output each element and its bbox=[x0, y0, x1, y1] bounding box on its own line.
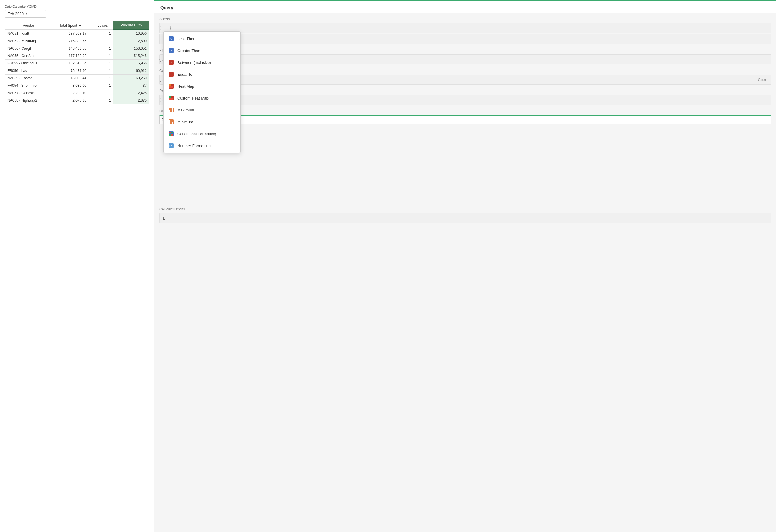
col-invoices: Invoices bbox=[89, 21, 113, 30]
vendor-cell: FR054 - Siren Info bbox=[5, 82, 52, 90]
menu-item-minimum[interactable]: Minimum bbox=[164, 116, 240, 128]
greater-than-icon: > bbox=[168, 47, 174, 54]
rows-section: Ro... {...} bbox=[159, 89, 771, 105]
menu-item-greater-than[interactable]: >Greater Than bbox=[164, 44, 240, 56]
right-panel: Query Slicers {...} 👤 Fil... {...} Co...… bbox=[155, 0, 776, 532]
total-spent-cell: 2,078.88 bbox=[52, 97, 89, 104]
menu-item-label-less-than: Less Than bbox=[177, 36, 195, 41]
brace-icon-1: {...} bbox=[163, 25, 168, 31]
purchase-qty-cell: 153,051 bbox=[114, 45, 150, 52]
svg-text:<: < bbox=[170, 37, 172, 40]
menu-item-custom-heat-map[interactable]: Custom Heat Map bbox=[164, 92, 240, 104]
table-row: NA055 - GenSup 117,133.02 1 515,245 bbox=[5, 52, 150, 60]
cell-calc-row: Σ bbox=[159, 213, 771, 223]
menu-item-number-formatting[interactable]: 123Number Formatting bbox=[164, 140, 240, 152]
purchase-qty-cell: 515,245 bbox=[114, 52, 150, 60]
svg-rect-13 bbox=[169, 96, 171, 98]
table-row: FR054 - Siren Info 3,630.00 1 37 bbox=[5, 82, 150, 90]
columns-row[interactable]: {...} Count bbox=[159, 74, 771, 85]
data-table: Vendor Total Spent ▼ Invoices Purchase Q… bbox=[5, 21, 150, 104]
svg-rect-16 bbox=[171, 109, 171, 112]
calc-label: Co... bbox=[159, 109, 771, 113]
less-than-icon: < bbox=[168, 35, 174, 42]
total-spent-cell: 287,508.17 bbox=[52, 30, 89, 37]
invoices-cell: 1 bbox=[89, 74, 113, 82]
sigma-icon: Σ bbox=[163, 215, 165, 220]
svg-rect-12 bbox=[169, 98, 173, 100]
table-row: FR056 - Ifac 75,471.90 1 60,912 bbox=[5, 67, 150, 74]
svg-rect-10 bbox=[169, 84, 171, 86]
table-row: NA056 - Cargill 143,460.58 1 153,051 bbox=[5, 45, 150, 52]
menu-item-conditional-formatting[interactable]: Conditional Formatting bbox=[164, 128, 240, 140]
col-total-spent: Total Spent ▼ bbox=[52, 21, 89, 30]
vendor-cell: FR052 - OnicIndus bbox=[5, 60, 52, 67]
menu-item-label-number-formatting: Number Formatting bbox=[177, 144, 211, 148]
maximum-icon bbox=[168, 107, 174, 113]
invoices-cell: 1 bbox=[89, 52, 113, 60]
purchase-qty-cell: 60,912 bbox=[114, 67, 150, 74]
purchase-qty-cell: 2,425 bbox=[114, 90, 150, 97]
menu-item-heat-map[interactable]: Heat Map bbox=[164, 80, 240, 92]
rows-row-1[interactable]: {...} bbox=[159, 95, 771, 105]
vendor-cell: NA056 - Cargill bbox=[5, 45, 52, 52]
calc-section: Co... Σ bbox=[159, 109, 771, 124]
total-spent-cell: 143,460.58 bbox=[52, 45, 89, 52]
table-row: NA057 - Genesis 2,203.10 1 2,425 bbox=[5, 90, 150, 97]
total-spent-cell: 75,471.90 bbox=[52, 67, 89, 74]
between-inclusive-icon: ↔ bbox=[168, 59, 174, 66]
table-row: NA059 - Easton 15,096.44 1 60,250 bbox=[5, 74, 150, 82]
invoices-cell: 1 bbox=[89, 37, 113, 45]
col-vendor: Vendor bbox=[5, 21, 52, 30]
equal-to-icon: = bbox=[168, 71, 174, 77]
filter-row-1[interactable]: {...} bbox=[159, 54, 771, 64]
minimum-icon bbox=[168, 119, 174, 125]
total-spent-cell: 2,203.10 bbox=[52, 90, 89, 97]
table-row: FR052 - OnicIndus 102,518.54 1 6,966 bbox=[5, 60, 150, 67]
menu-item-label-custom-heat-map: Custom Heat Map bbox=[177, 96, 209, 101]
columns-section: Co... {...} Count bbox=[159, 69, 771, 85]
svg-rect-26 bbox=[171, 134, 173, 136]
count-label: Count bbox=[758, 78, 768, 81]
total-spent-cell: 216,398.75 bbox=[52, 37, 89, 45]
vendor-cell: NA051 - Kraft bbox=[5, 30, 52, 37]
table-row: NA052 - MitsuMfg 216,398.75 1 2,500 bbox=[5, 37, 150, 45]
cell-calc-label: Cell calculations bbox=[159, 207, 771, 211]
invoices-cell: 1 bbox=[89, 30, 113, 37]
heat-map-icon bbox=[168, 83, 174, 90]
total-spent-cell: 15,096.44 bbox=[52, 74, 89, 82]
slicer-row-1[interactable]: {...} bbox=[159, 23, 771, 33]
date-dropdown[interactable]: Feb 2020 ▾ bbox=[5, 10, 46, 18]
number-formatting-icon: 123 bbox=[168, 142, 174, 149]
table-row: NA058 - Highway2 2,078.88 1 2,875 bbox=[5, 97, 150, 104]
menu-item-between-inclusive[interactable]: ↔Between (Inclusive) bbox=[164, 56, 240, 68]
menu-item-label-minimum: Minimum bbox=[177, 120, 193, 124]
purchase-qty-cell: 10,950 bbox=[114, 30, 150, 37]
purchase-qty-cell: 2,500 bbox=[114, 37, 150, 45]
svg-rect-17 bbox=[172, 108, 173, 112]
vendor-cell: NA055 - GenSup bbox=[5, 52, 52, 60]
calendar-label: Date.Calendar YQMD bbox=[5, 5, 150, 8]
total-spent-cell: 102,518.54 bbox=[52, 60, 89, 67]
custom-heat-map-icon bbox=[168, 95, 174, 101]
query-header: Query bbox=[155, 1, 776, 13]
svg-text:↔: ↔ bbox=[170, 61, 173, 64]
slicer-row-2[interactable]: 👤 bbox=[159, 34, 771, 44]
svg-rect-20 bbox=[171, 121, 171, 124]
purchase-qty-cell: 6,966 bbox=[114, 60, 150, 67]
conditional-formatting-icon bbox=[168, 131, 174, 137]
menu-item-less-than[interactable]: <Less Than bbox=[164, 33, 240, 44]
svg-rect-25 bbox=[169, 134, 171, 136]
calc-input-row[interactable]: Σ bbox=[159, 115, 771, 124]
invoices-cell: 1 bbox=[89, 60, 113, 67]
slicers-section: Slicers {...} 👤 bbox=[159, 17, 771, 44]
svg-rect-15 bbox=[169, 110, 170, 112]
menu-item-equal-to[interactable]: =Equal To bbox=[164, 68, 240, 80]
vendor-cell: NA057 - Genesis bbox=[5, 90, 52, 97]
cell-calc-section: Cell calculations Σ bbox=[159, 207, 771, 223]
svg-rect-21 bbox=[172, 123, 173, 124]
menu-item-maximum[interactable]: Maximum bbox=[164, 104, 240, 116]
menu-item-label-conditional-formatting: Conditional Formatting bbox=[177, 132, 216, 136]
chevron-down-icon: ▾ bbox=[26, 12, 44, 15]
date-value: Feb 2020 bbox=[7, 12, 26, 16]
menu-item-label-greater-than: Greater Than bbox=[177, 48, 200, 53]
